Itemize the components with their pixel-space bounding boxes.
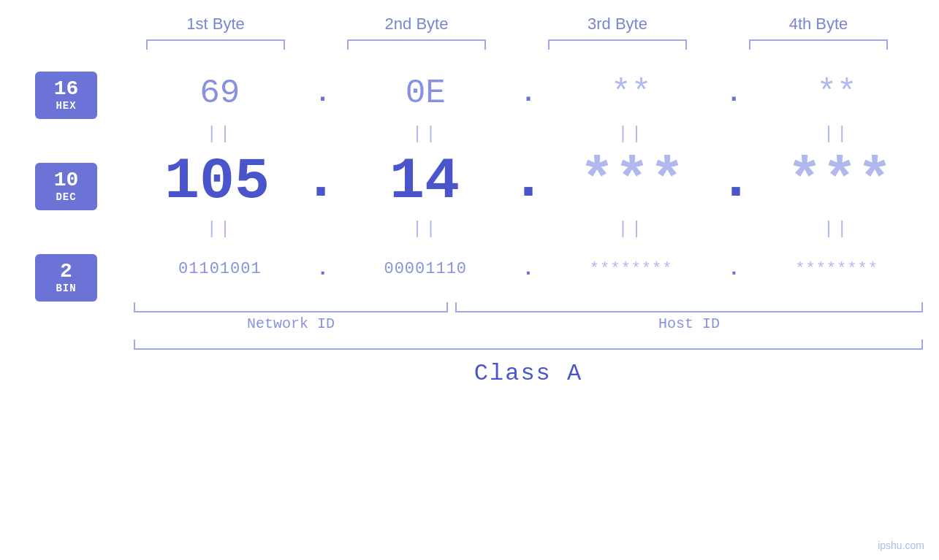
hex-b4-cell: ** bbox=[756, 74, 917, 112]
dec-number: 10 bbox=[54, 169, 79, 192]
byte-headers: 1st Byte 2nd Byte 3rd Byte 4th Byte bbox=[115, 15, 919, 34]
dec-value-row: 105 . 14 . *** . *** bbox=[134, 145, 923, 218]
top-bracket-4 bbox=[749, 39, 888, 50]
dec-dot2: . bbox=[511, 147, 546, 216]
sep1-b3: || bbox=[551, 124, 712, 144]
dec-b1: 105 bbox=[164, 148, 270, 215]
hex-badge: 16 HEX bbox=[35, 72, 97, 119]
hex-number: 16 bbox=[54, 78, 79, 101]
bin-b3-cell: ******** bbox=[551, 260, 712, 278]
sep2-b2: || bbox=[345, 219, 506, 239]
sep-row-1: || || || || bbox=[134, 123, 923, 145]
hex-dot1: . bbox=[312, 79, 334, 109]
bottom-bracket-host bbox=[455, 302, 923, 312]
dec-b2-cell: 14 bbox=[344, 148, 505, 215]
bin-b4-cell: ******** bbox=[756, 260, 917, 278]
byte2-header: 2nd Byte bbox=[336, 15, 497, 34]
dec-label: DEC bbox=[56, 192, 76, 203]
bottom-bracket-network bbox=[134, 302, 448, 312]
top-bracket-2 bbox=[347, 39, 486, 50]
bin-b2: 00001110 bbox=[384, 260, 467, 278]
dec-b4: *** bbox=[787, 148, 892, 215]
bin-b4: ******** bbox=[795, 260, 878, 278]
dec-b1-cell: 105 bbox=[137, 148, 297, 215]
bin-b2-cell: 00001110 bbox=[345, 260, 506, 278]
hex-b1: 69 bbox=[199, 74, 240, 112]
hex-b2: 0E bbox=[406, 74, 446, 112]
values-grid: 69 . 0E . ** . ** || || bbox=[134, 64, 924, 387]
hex-b3: ** bbox=[611, 74, 651, 112]
bin-b1-cell: 01101001 bbox=[140, 260, 300, 278]
hex-b2-cell: 0E bbox=[345, 74, 506, 112]
sep1-b1: || bbox=[140, 124, 300, 144]
bin-dot3: . bbox=[723, 258, 745, 280]
sep1-b2: || bbox=[345, 124, 506, 144]
sep2-b3: || bbox=[551, 219, 712, 239]
dec-dot1: . bbox=[303, 147, 338, 216]
dec-b2: 14 bbox=[389, 148, 460, 215]
dec-b3: *** bbox=[579, 148, 685, 215]
top-bracket-row bbox=[115, 39, 919, 50]
top-bracket-1 bbox=[146, 39, 285, 50]
sep1-b4: || bbox=[756, 124, 917, 144]
hex-value-row: 69 . 0E . ** . ** bbox=[134, 64, 923, 123]
bin-badge: 2 BIN bbox=[35, 254, 97, 302]
sep2-b1: || bbox=[140, 219, 300, 239]
byte4-header: 4th Byte bbox=[738, 15, 899, 34]
hex-dot3: . bbox=[723, 79, 745, 109]
sep-row-2: || || || || bbox=[134, 218, 923, 239]
top-bracket-3 bbox=[548, 39, 687, 50]
hex-label: HEX bbox=[56, 101, 76, 112]
id-labels-row: Network ID Host ID bbox=[134, 315, 923, 332]
content-area: 16 HEX 10 DEC 2 BIN 69 . 0E bbox=[0, 64, 939, 387]
hex-dot2: . bbox=[517, 79, 539, 109]
dec-badge: 10 DEC bbox=[35, 163, 97, 210]
byte1-header: 1st Byte bbox=[135, 15, 296, 34]
hex-b3-cell: ** bbox=[551, 74, 712, 112]
network-id-label: Network ID bbox=[134, 315, 448, 332]
bin-b3: ******** bbox=[590, 260, 673, 278]
labels-column: 16 HEX 10 DEC 2 BIN bbox=[0, 64, 97, 302]
dec-dot3: . bbox=[718, 147, 753, 216]
bin-label: BIN bbox=[56, 283, 76, 294]
bin-b1: 01101001 bbox=[178, 260, 262, 278]
bin-number: 2 bbox=[60, 261, 72, 283]
dec-b3-cell: *** bbox=[552, 148, 712, 215]
hex-b4: ** bbox=[816, 74, 856, 112]
class-label: Class A bbox=[134, 360, 923, 387]
main-container: 1st Byte 2nd Byte 3rd Byte 4th Byte 16 H… bbox=[0, 0, 939, 560]
full-bottom-bracket bbox=[134, 340, 923, 350]
sep2-b4: || bbox=[756, 219, 917, 239]
watermark: ipshu.com bbox=[878, 540, 924, 551]
dec-b4-cell: *** bbox=[759, 148, 920, 215]
hex-b1-cell: 69 bbox=[140, 74, 300, 112]
byte3-header: 3rd Byte bbox=[537, 15, 698, 34]
bottom-bracket-container bbox=[134, 302, 923, 312]
bin-dot1: . bbox=[312, 258, 334, 280]
bin-value-row: 01101001 . 00001110 . ******** . *******… bbox=[134, 239, 923, 298]
bracket-gap bbox=[448, 302, 455, 312]
host-id-label: Host ID bbox=[455, 315, 923, 332]
bin-dot2: . bbox=[517, 258, 539, 280]
